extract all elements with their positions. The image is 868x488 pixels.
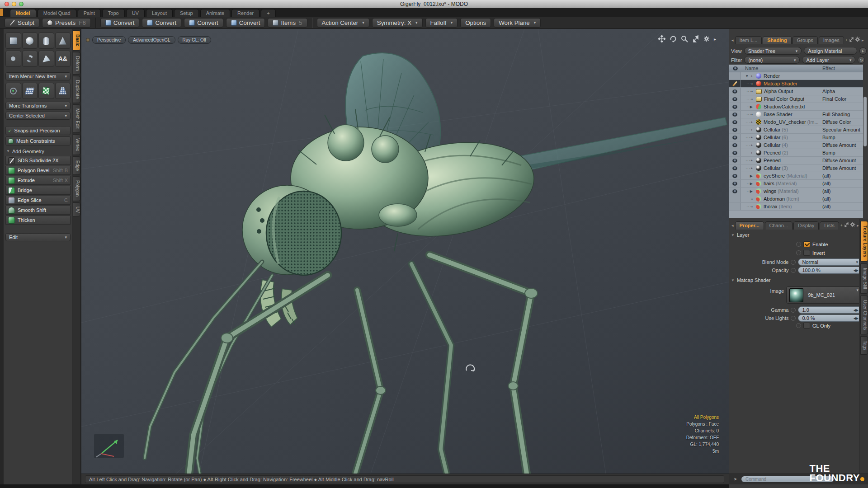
expander-icon[interactable]: ···▪ <box>741 197 755 201</box>
expander-icon[interactable]: ··▶ <box>741 174 755 178</box>
expander-icon[interactable]: ··▶ <box>741 189 755 193</box>
eye-icon[interactable] <box>732 159 737 163</box>
s-button[interactable]: S <box>858 56 865 64</box>
name-column-header[interactable]: Name <box>741 66 758 71</box>
eye-icon[interactable] <box>732 143 737 147</box>
shading-tab-groups[interactable]: Groups <box>793 36 818 44</box>
image-dropdown[interactable]: 9b_MC_021 ▾ <box>786 286 862 304</box>
shading-scroll-left-icon[interactable]: ◂ <box>731 38 734 44</box>
tool-smooth-shift[interactable]: Smooth Shift <box>5 206 71 215</box>
channel-knob[interactable] <box>796 250 801 255</box>
eye-icon[interactable] <box>732 182 737 186</box>
use-lights-field[interactable]: 0.0 %◀▶ <box>798 314 862 322</box>
shader-tree-dropdown[interactable]: Shader Tree▾ <box>744 47 802 55</box>
matcap-section-header[interactable]: ▼ Matcap Shader <box>731 277 771 283</box>
properties-tab-lists[interactable]: Lists <box>820 221 839 230</box>
side-tab-user-channels[interactable]: User Channels <box>860 296 868 334</box>
expander-icon[interactable]: ··▶ <box>741 182 755 186</box>
properties-tab-chann[interactable]: Chann... <box>765 221 793 230</box>
tree-row-modo-uv-checker-im[interactable]: ···+Modo_UV_checker (Im...Diffuse Color <box>729 118 863 126</box>
tree-row-render[interactable]: ▼ +Render <box>729 72 863 80</box>
expander-icon[interactable]: ···▪ <box>741 89 755 94</box>
spinner-icon[interactable]: ◀▶ <box>854 268 858 272</box>
snaps-precision-button[interactable]: ↙ Snaps and Precision <box>5 126 71 135</box>
visibility-cell[interactable] <box>729 95 741 103</box>
items-button[interactable]: Items 5 <box>268 18 307 28</box>
tree-row-peened[interactable]: ···+PeenedDiffuse Amount <box>729 157 863 164</box>
tree-row-base-shader[interactable]: ···▪Base ShaderFull Shading <box>729 111 863 118</box>
gl-only-checkbox[interactable] <box>803 323 810 328</box>
channel-knob[interactable] <box>791 308 796 313</box>
pan-icon[interactable] <box>658 35 665 42</box>
tool-edge-slice[interactable]: Edge SliceC <box>5 196 71 205</box>
shading-tab-item-l[interactable]: Item L... <box>735 36 762 44</box>
menu-tab-paint[interactable]: Paint <box>78 9 101 17</box>
tree-row-cellular-6[interactable]: ···+Cellular (6)Bump <box>729 134 863 141</box>
wedge-tool-button[interactable] <box>55 83 71 99</box>
convert-button-1[interactable]: Convert <box>100 18 140 28</box>
visibility-cell[interactable] <box>729 149 741 156</box>
visibility-cell[interactable] <box>729 134 741 141</box>
menu-tab-layout[interactable]: Layout <box>146 9 173 17</box>
cylinder-tool-button[interactable] <box>38 33 54 49</box>
menu-tab-item[interactable]: + <box>261 9 275 17</box>
menu-tab-model[interactable]: Model <box>10 9 36 17</box>
eye-icon[interactable] <box>732 174 737 178</box>
visibility-cell[interactable] <box>729 157 741 164</box>
blend-mode-dropdown[interactable]: Normal▾ <box>798 258 862 266</box>
tool-tab-basic[interactable]: Basic <box>73 30 80 51</box>
cone-tool-button[interactable] <box>55 33 71 49</box>
more-transforms-dropdown[interactable]: More Transforms▾ <box>5 102 71 110</box>
tool-tab-duplicate[interactable]: Duplicate <box>73 76 80 103</box>
sphere-tool-button[interactable] <box>22 33 38 49</box>
visibility-cell[interactable] <box>729 111 741 118</box>
action-center-dropdown[interactable]: Action Center▾ <box>317 18 369 28</box>
tool-tab-vertex[interactable]: Vertex <box>73 134 80 155</box>
convert-button-4[interactable]: Convert <box>226 18 265 28</box>
options-button[interactable]: Options <box>460 18 491 28</box>
pen-tool-button[interactable] <box>38 51 54 67</box>
menu-tab-topo[interactable]: Topo <box>102 9 125 17</box>
layer-section-header[interactable]: ▼ Layer <box>731 232 749 238</box>
locator-tool-button[interactable] <box>5 83 21 99</box>
properties-tab-proper[interactable]: Proper... <box>735 221 764 230</box>
tool-tab-deform[interactable]: Deform <box>73 52 80 75</box>
tree-row-alpha-output[interactable]: ···▪Alpha OutputAlpha <box>729 88 863 95</box>
eye-icon[interactable] <box>732 151 737 155</box>
expander-icon[interactable]: ···▪ <box>741 205 755 209</box>
shading-expand-icon[interactable] <box>849 37 854 44</box>
tree-row-cellular-5[interactable]: ···+Cellular (5)Specular Amount <box>729 126 863 134</box>
tool-tab-uv[interactable]: UV <box>73 202 80 217</box>
tree-row-hairs-material[interactable]: ··▶hairs (Material)(all) <box>729 180 863 188</box>
gamma-field[interactable]: 1.0◀▶ <box>798 306 862 314</box>
viewport-3d[interactable]: PerspectiveAdvancedOpenGLRay GL: Off ▸ A… <box>81 29 729 474</box>
tree-scrollbar[interactable] <box>863 97 867 146</box>
expander-icon[interactable]: ···+ <box>741 159 755 163</box>
properties-scroll-left-icon[interactable]: ◂ <box>731 223 734 230</box>
side-tab-image-still[interactable]: Image Still <box>860 263 868 294</box>
brush-icon[interactable] <box>732 81 737 86</box>
channel-knob[interactable] <box>791 260 796 265</box>
eye-icon[interactable] <box>732 166 737 170</box>
text-tool-button[interactable]: A& <box>55 51 71 67</box>
properties-gear-icon[interactable] <box>850 222 855 230</box>
visibility-cell[interactable] <box>729 72 741 80</box>
checker-tool-button[interactable] <box>38 83 54 99</box>
eye-icon[interactable] <box>732 128 737 132</box>
cube-tool-button[interactable] <box>5 33 21 49</box>
symmetry-x-dropdown[interactable]: Symmetry: X▾ <box>372 18 423 28</box>
tree-row-shadowcatcher-lxl[interactable]: ··▶ShadowCatcher.lxl <box>729 103 863 111</box>
effect-column-header[interactable]: Effect <box>822 66 835 71</box>
tree-row-cellular-4[interactable]: ···+Cellular (4)Diffuse Amount <box>729 141 863 149</box>
zoom-icon[interactable] <box>681 35 688 42</box>
eye-icon[interactable] <box>732 105 737 109</box>
eye-icon[interactable] <box>732 120 737 124</box>
expander-icon[interactable]: ···+ <box>741 128 755 132</box>
assign-material-button[interactable]: Assign Material <box>804 47 857 55</box>
tree-row-abdoman-item[interactable]: ···▪Abdoman (Item)(all) <box>729 195 863 203</box>
torus-tool-button[interactable] <box>5 51 21 67</box>
expander-icon[interactable]: ▼ + <box>741 74 755 78</box>
tree-row-eyeshere-material[interactable]: ··▶eyeShere (Material)(all) <box>729 172 863 180</box>
falloff-dropdown[interactable]: Falloff▾ <box>425 18 458 28</box>
tool-tab-polygon[interactable]: Polygon <box>73 176 80 201</box>
